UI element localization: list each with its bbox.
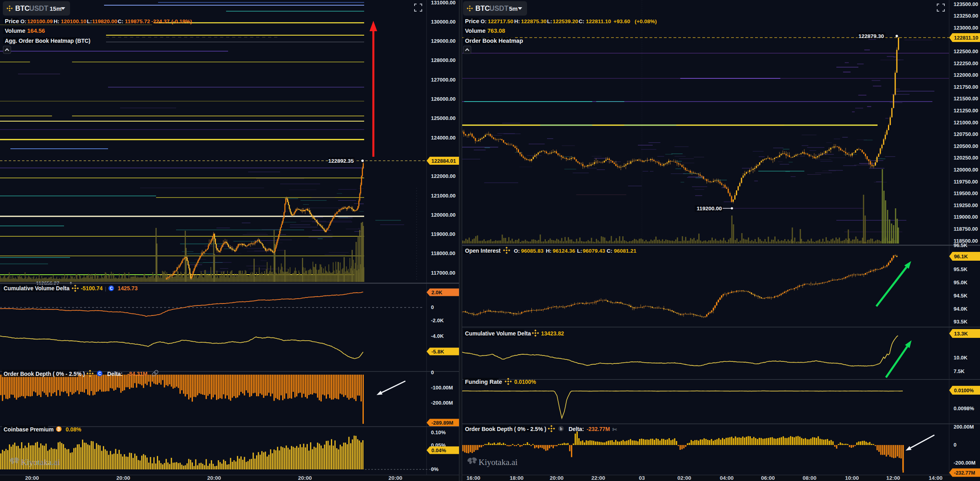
svg-text:C: C — [98, 371, 101, 376]
svg-text:0: 0 — [954, 442, 956, 448]
svg-text:-200.00M: -200.00M — [431, 400, 453, 406]
svg-text:120750.00: 120750.00 — [954, 131, 978, 137]
svg-text:-200.00M: -200.00M — [954, 460, 976, 466]
svg-text:-232.77M: -232.77M — [587, 426, 610, 432]
svg-text:96.1K: 96.1K — [954, 253, 968, 259]
svg-text:0.04%: 0.04% — [431, 447, 446, 453]
svg-text:O:: O: — [20, 18, 26, 24]
svg-text:-232.77M: -232.77M — [954, 470, 975, 476]
svg-text:18:00: 18:00 — [510, 475, 524, 481]
svg-text:O:: O: — [481, 18, 487, 24]
svg-text:C:: C: — [118, 18, 123, 24]
svg-text:2.0K: 2.0K — [431, 289, 443, 295]
svg-text:(+0.08%): (+0.08%) — [635, 18, 657, 24]
svg-text:0.08%: 0.08% — [66, 427, 81, 433]
svg-text:120250.00: 120250.00 — [954, 155, 978, 161]
svg-text:03: 03 — [639, 475, 645, 481]
svg-text:-4.0K: -4.0K — [431, 333, 444, 339]
svg-text:0.0100%: 0.0100% — [514, 379, 536, 385]
svg-text:Order Book Heatmap: Order Book Heatmap — [465, 38, 523, 44]
svg-text:12:00: 12:00 — [886, 475, 900, 481]
svg-text:10.0K: 10.0K — [954, 355, 968, 361]
svg-text:122884.01: 122884.01 — [431, 158, 456, 164]
svg-text:H:: H: — [546, 248, 551, 254]
svg-text:122892.35: 122892.35 — [328, 158, 354, 164]
svg-text:119200.00: 119200.00 — [697, 206, 722, 212]
svg-text:Cumulative Volume Delta: Cumulative Volume Delta — [4, 285, 70, 291]
svg-text:C: C — [110, 286, 112, 291]
svg-text:120100.09: 120100.09 — [27, 18, 53, 24]
svg-text:121750.00: 121750.00 — [954, 84, 978, 90]
svg-text:96081.21: 96081.21 — [614, 248, 637, 254]
svg-text:b: b — [560, 427, 562, 431]
svg-text:119500.00: 119500.00 — [954, 190, 978, 196]
svg-text:0: 0 — [431, 369, 434, 375]
svg-text:120500.00: 120500.00 — [954, 143, 978, 149]
svg-text:BTC: BTC — [475, 4, 490, 12]
svg-text:Volume: Volume — [465, 28, 485, 34]
svg-text:118000.00: 118000.00 — [431, 250, 455, 256]
svg-text:USDT: USDT — [29, 4, 48, 12]
svg-text:BTC: BTC — [15, 4, 30, 12]
svg-text:16:00: 16:00 — [467, 475, 481, 481]
svg-text:96124.36: 96124.36 — [553, 248, 575, 254]
svg-text:06:00: 06:00 — [761, 475, 775, 481]
svg-text:|: | — [105, 285, 106, 291]
svg-text:-224.37: -224.37 — [151, 18, 170, 24]
svg-text:Funding Rate: Funding Rate — [465, 379, 502, 385]
svg-text:0.10%: 0.10% — [431, 429, 446, 435]
svg-text:O:: O: — [514, 248, 520, 254]
svg-text:04:00: 04:00 — [720, 475, 734, 481]
svg-text:22:00: 22:00 — [591, 475, 605, 481]
svg-text:0.0100%: 0.0100% — [954, 388, 974, 393]
svg-text:-5100.74: -5100.74 — [81, 285, 103, 291]
svg-text:C:: C: — [579, 18, 584, 24]
svg-text:122539.20: 122539.20 — [553, 18, 578, 24]
svg-text:200.00M: 200.00M — [954, 424, 974, 430]
svg-text:124000.00: 124000.00 — [431, 135, 455, 141]
svg-text:131000.00: 131000.00 — [431, 0, 455, 6]
svg-text:Kiyotaka.ai: Kiyotaka.ai — [21, 457, 60, 467]
svg-text:Delta:: Delta: — [569, 426, 584, 432]
svg-text:96085.83: 96085.83 — [521, 248, 544, 254]
svg-text:95.0K: 95.0K — [954, 279, 968, 285]
svg-text:Order Book Depth ( 0% - 2.5% ): Order Book Depth ( 0% - 2.5% ) — [465, 426, 546, 432]
svg-text:H:: H: — [514, 18, 520, 24]
svg-text:H:: H: — [54, 18, 59, 24]
svg-text:119875.72: 119875.72 — [125, 18, 150, 24]
svg-text:121000.00: 121000.00 — [431, 193, 455, 199]
svg-text:119750.00: 119750.00 — [954, 179, 978, 185]
svg-text:-84.31M: -84.31M — [127, 371, 148, 377]
svg-text:94.0K: 94.0K — [954, 306, 968, 312]
svg-text:94.5K: 94.5K — [954, 293, 968, 299]
svg-text:-2.0K: -2.0K — [431, 317, 444, 323]
svg-text:130000.00: 130000.00 — [431, 19, 455, 25]
svg-text:Delta:: Delta: — [107, 371, 122, 377]
svg-text:(-0.19%): (-0.19%) — [171, 18, 192, 24]
svg-text:C:: C: — [607, 248, 612, 254]
svg-text:122879.30: 122879.30 — [858, 33, 884, 39]
svg-text:122250.00: 122250.00 — [954, 60, 978, 66]
svg-text:122811.10: 122811.10 — [586, 18, 611, 24]
svg-text:96.5K: 96.5K — [954, 242, 968, 248]
svg-text:USDT: USDT — [489, 4, 509, 12]
svg-text:120000.00: 120000.00 — [431, 212, 455, 218]
svg-text:119820.00: 119820.00 — [92, 18, 117, 24]
svg-text:123000.00: 123000.00 — [954, 25, 978, 31]
svg-text:119250.00: 119250.00 — [954, 202, 978, 208]
svg-text:₿: ₿ — [57, 427, 60, 431]
svg-text:20:00: 20:00 — [389, 475, 403, 481]
svg-text:763.08: 763.08 — [487, 28, 505, 34]
svg-text:02:00: 02:00 — [677, 475, 691, 481]
svg-text:119000.00: 119000.00 — [431, 231, 455, 237]
svg-text:Order Book Depth ( 0% - 2.5% ): Order Book Depth ( 0% - 2.5% ) — [4, 371, 85, 377]
svg-text:5m: 5m — [509, 5, 518, 12]
svg-text:122811.10: 122811.10 — [954, 35, 978, 41]
svg-text:L:: L: — [577, 248, 582, 254]
svg-text:126000.00: 126000.00 — [431, 96, 455, 102]
svg-text:Price: Price — [465, 18, 479, 24]
svg-text:✄: ✄ — [612, 426, 617, 433]
svg-text:120000.00: 120000.00 — [954, 167, 978, 173]
svg-text:Price: Price — [5, 18, 19, 24]
svg-text:123500.00: 123500.00 — [954, 1, 978, 7]
